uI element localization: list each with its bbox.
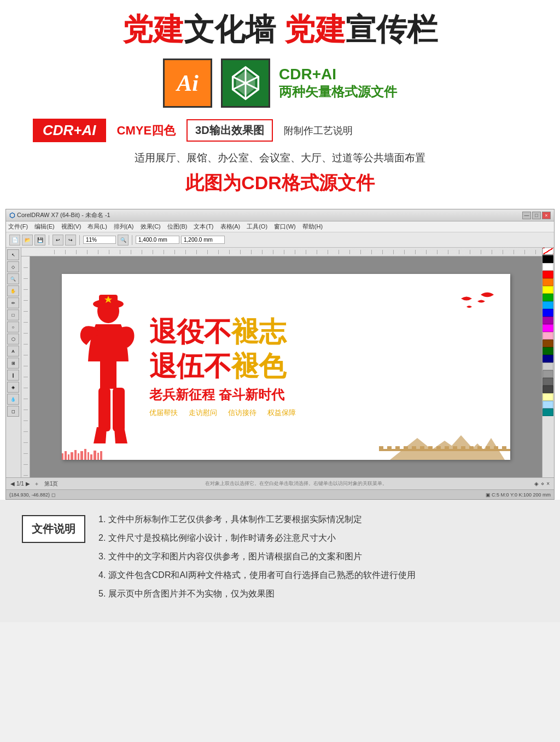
tool-table[interactable]: ⊞ bbox=[7, 358, 19, 369]
svg-rect-27 bbox=[453, 446, 457, 451]
menu-layout[interactable]: 布局(L) bbox=[88, 223, 107, 231]
close-button[interactable]: × bbox=[542, 212, 551, 219]
color-gray2[interactable] bbox=[542, 370, 553, 378]
svg-rect-45 bbox=[97, 453, 99, 460]
color-gray4[interactable] bbox=[542, 385, 553, 393]
zoom-input[interactable]: 11% bbox=[83, 236, 116, 244]
toolbar-redo[interactable]: ↪ bbox=[65, 235, 76, 246]
color-lightblue[interactable] bbox=[542, 401, 553, 408]
tool-pan[interactable]: ✋ bbox=[7, 285, 19, 296]
tool-eyedrop[interactable]: 💧 bbox=[7, 394, 19, 405]
color-green[interactable] bbox=[542, 294, 553, 301]
page-next[interactable]: ▶ bbox=[26, 481, 30, 487]
color-brown[interactable] bbox=[542, 340, 553, 347]
svg-rect-39 bbox=[78, 453, 79, 460]
color-darkgreen[interactable] bbox=[542, 347, 553, 355]
svg-rect-36 bbox=[68, 454, 69, 460]
menu-edit[interactable]: 编辑(E) bbox=[34, 223, 55, 231]
toolbar-undo[interactable]: ↩ bbox=[52, 235, 63, 246]
color-magenta[interactable] bbox=[542, 324, 553, 332]
svg-rect-24 bbox=[428, 446, 433, 451]
window-controls: — □ × bbox=[522, 212, 551, 219]
design-birds bbox=[428, 285, 494, 331]
svg-rect-30 bbox=[477, 446, 482, 451]
page-label: 第1页 bbox=[44, 480, 59, 488]
top-section: 党建文化墙 党建宣传栏 Ai CDR+AI 两种矢量格式源文件 bbox=[0, 0, 560, 209]
menu-tools[interactable]: 工具(O) bbox=[247, 223, 267, 231]
badges-row: CDR+AI CMYE四色 3D输出效果图 附制作工艺说明 bbox=[33, 119, 527, 142]
toolbar-save[interactable]: 💾 bbox=[34, 235, 45, 246]
design-small-text: 优届帮扶 走访慰问 信访接待 权益保障 bbox=[149, 408, 494, 418]
tool-fill[interactable]: ◈ bbox=[7, 382, 19, 393]
toolbar-sep3 bbox=[132, 235, 132, 245]
color-lightyellow[interactable] bbox=[542, 393, 553, 401]
color-darkblue[interactable] bbox=[542, 355, 553, 363]
info-item-5: 5. 展示页中所含图片并不为实物，仅为效果图 bbox=[98, 587, 538, 600]
snap-text: ⋄ bbox=[541, 481, 544, 487]
tool-polygon[interactable]: ⬡ bbox=[7, 334, 19, 344]
svg-rect-23 bbox=[420, 446, 424, 451]
svg-rect-41 bbox=[84, 449, 86, 460]
color-teal[interactable] bbox=[542, 408, 553, 416]
width-input[interactable]: 1,400.0 mm bbox=[136, 236, 179, 244]
svg-rect-42 bbox=[88, 452, 89, 460]
height-input[interactable]: 1,200.0 mm bbox=[181, 236, 225, 244]
tool-rect[interactable]: □ bbox=[7, 309, 19, 320]
design-line2-red: 退伍不 bbox=[149, 351, 231, 382]
canvas-scroll: 退役不褪志 退伍不褪色 老兵新征程 奋斗新时代 优届帮扶 走访慰问 bbox=[21, 256, 542, 477]
close-view-btn[interactable]: × bbox=[546, 481, 550, 487]
color-red[interactable] bbox=[542, 271, 553, 278]
color-yellow[interactable] bbox=[542, 286, 553, 294]
menu-arrange[interactable]: 排列(A) bbox=[114, 223, 134, 231]
svg-rect-43 bbox=[90, 454, 92, 460]
tool-shape[interactable]: ◇ bbox=[7, 261, 19, 272]
color-black[interactable] bbox=[542, 255, 553, 263]
toolbar-open[interactable]: 📂 bbox=[22, 235, 33, 246]
status-right: ◈ ⋄ × bbox=[534, 481, 550, 487]
menu-table[interactable]: 表格(A) bbox=[220, 223, 241, 231]
svg-rect-26 bbox=[445, 446, 449, 451]
color-white[interactable] bbox=[542, 263, 553, 271]
color-gray1[interactable] bbox=[542, 363, 553, 370]
main-title: 党建文化墙 党建宣传栏 bbox=[33, 11, 527, 48]
tag-1: 优届帮扶 bbox=[149, 408, 178, 418]
tool-outline[interactable]: ◻ bbox=[7, 406, 19, 417]
minimize-button[interactable]: — bbox=[522, 212, 531, 219]
tool-text[interactable]: A bbox=[7, 346, 19, 357]
tool-freehand[interactable]: ✏ bbox=[7, 297, 19, 308]
tool-select[interactable]: ↖ bbox=[7, 249, 19, 260]
menu-view[interactable]: 视图(V) bbox=[61, 223, 81, 231]
menu-text[interactable]: 文本(T) bbox=[194, 223, 213, 231]
menu-window[interactable]: 窗口(W) bbox=[274, 223, 296, 231]
color-orange[interactable] bbox=[542, 278, 553, 286]
page-add[interactable]: ＋ bbox=[34, 480, 39, 488]
soldier-silhouette bbox=[73, 290, 144, 443]
info-list: 1. 文件中所标制作工艺仅供参考，具体制作工艺要根据实际情况制定 2. 文件尺寸… bbox=[85, 513, 538, 606]
design-line1-yellow: 褪志 bbox=[231, 317, 286, 347]
page-prev[interactable]: ◀ bbox=[10, 481, 15, 487]
ruler-vertical bbox=[21, 256, 30, 477]
tool-parallel[interactable]: ∥ bbox=[7, 370, 19, 381]
color-none[interactable] bbox=[542, 248, 553, 255]
tool-zoom[interactable]: 🔍 bbox=[7, 273, 19, 284]
color-blue[interactable] bbox=[542, 309, 553, 317]
menu-bitmap[interactable]: 位图(B) bbox=[167, 223, 188, 231]
color-cyan[interactable] bbox=[542, 301, 553, 309]
color-purple[interactable] bbox=[542, 317, 553, 324]
design-sub-text: 老兵新征程 奋斗新时代 bbox=[149, 386, 494, 404]
page-num: 1/1 bbox=[16, 481, 24, 487]
title-xuanchuan: 宣传栏 bbox=[346, 12, 438, 46]
toolbar-zoom[interactable]: 🔍 bbox=[118, 235, 129, 246]
color-gray3[interactable] bbox=[542, 378, 553, 385]
svg-rect-35 bbox=[65, 451, 67, 460]
toolbar-new[interactable]: 📄 bbox=[9, 235, 20, 246]
corel-canvas: 退役不褪志 退伍不褪色 老兵新征程 奋斗新时代 优届帮扶 走访慰问 bbox=[30, 256, 542, 477]
menu-help[interactable]: 帮助(H) bbox=[302, 223, 323, 231]
info-item-2: 2. 文件尺寸是投稿比例缩小设计，制作时请务必注意尺寸大小 bbox=[98, 531, 538, 545]
maximize-button[interactable]: □ bbox=[532, 212, 541, 219]
color-pink[interactable] bbox=[542, 332, 553, 340]
menu-file[interactable]: 文件(F) bbox=[8, 223, 28, 231]
menu-effects[interactable]: 效果(C) bbox=[141, 223, 161, 231]
tool-ellipse[interactable]: ○ bbox=[7, 322, 19, 332]
format-line1: CDR+AI bbox=[279, 66, 397, 83]
